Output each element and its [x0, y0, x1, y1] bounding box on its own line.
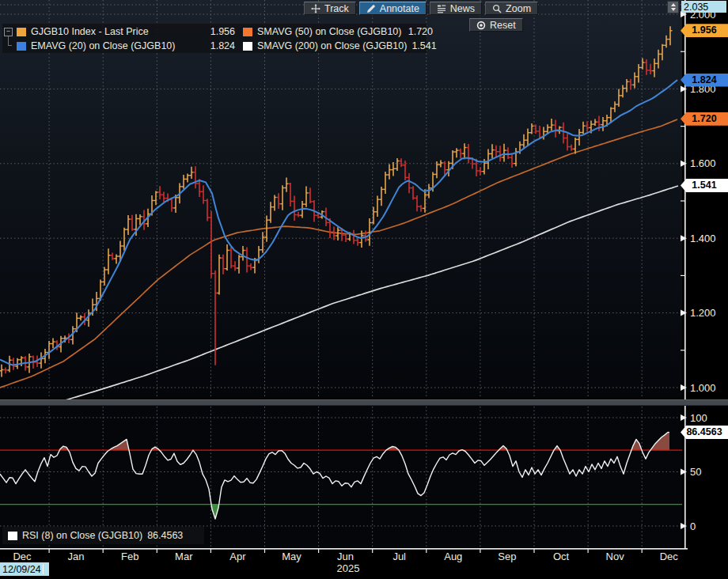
emavg20-value: 1.824 — [210, 40, 243, 51]
rsi-axis-label: 50 — [690, 466, 701, 478]
x-axis-month-label: Apr — [229, 551, 246, 562]
x-axis-month-label: Dec — [660, 551, 679, 562]
smavg50-label: SMAVG (50) on Close (GJGB10) — [257, 26, 401, 37]
price-tag-emavg-20: 1.824 — [681, 74, 728, 87]
price-axis-label: 1.000 — [690, 382, 716, 394]
reset-target-icon — [476, 21, 486, 30]
price-axis-label: 1.600 — [690, 157, 716, 169]
rsi-swatch — [8, 532, 17, 540]
reset-button[interactable]: Reset — [469, 18, 523, 32]
annotate-button-label: Annotate — [380, 3, 419, 14]
annotate-button[interactable]: Annotate — [359, 2, 427, 15]
legend-item-smavg200[interactable]: SMAVG (200) on Close (GJGB10) 1.541 — [243, 39, 441, 53]
zoom-magnifier-icon — [492, 4, 502, 13]
news-lines-icon — [437, 4, 446, 13]
price-axis-label: 1.200 — [690, 307, 716, 319]
x-axis-month-label: Jan — [68, 551, 85, 562]
track-crosshair-icon — [311, 4, 320, 13]
price-panel-hitarea[interactable] — [0, 0, 682, 399]
x-axis-month-label: Oct — [553, 551, 570, 562]
price-tag-smavg-200: 1.541 — [681, 179, 728, 192]
x-axis-month-label: Jul — [392, 551, 406, 562]
text-caret — [43, 564, 44, 574]
rsi-legend[interactable]: RSI (8) on Close (GJGB10) 86.4563 — [2, 527, 204, 544]
start-date-value: 12/09/24 — [2, 564, 41, 575]
x-axis-month-labels: DecJanFebMarAprMayJunJulAugSepOctNovDec — [13, 551, 678, 562]
legend-item-last-price[interactable]: GJGB10 Index - Last Price 1.956 — [17, 25, 243, 39]
last-price-value: 1.956 — [210, 26, 243, 37]
axis-stepper[interactable] — [667, 1, 679, 13]
chart-legend: − GJGB10 Index - Last Price 1.956 SMAVG … — [2, 24, 427, 53]
rsi-value: 86.4563 — [147, 530, 183, 541]
emavg20-label: EMAVG (20) on Close (GJGB10) — [31, 40, 175, 51]
x-axis-month-label: Mar — [175, 551, 193, 562]
track-button[interactable]: Track — [304, 2, 356, 15]
panel-divider-handle[interactable] — [0, 399, 728, 406]
x-axis-month-label: Nov — [606, 551, 625, 562]
zoom-button[interactable]: Zoom — [485, 2, 538, 15]
x-axis-month-label: Feb — [121, 551, 138, 562]
price-tag-smavg-50: 1.720 — [681, 112, 728, 126]
axis-max-field[interactable]: 2.035 — [681, 1, 726, 13]
chart-toolbar: Track Annotate News Zoom — [304, 2, 538, 15]
last-price-label: GJGB10 Index - Last Price — [31, 26, 149, 37]
reset-button-label: Reset — [490, 20, 516, 31]
legend-item-smavg50[interactable]: SMAVG (50) on Close (GJGB10) 1.720 — [243, 25, 441, 39]
stepper-down-icon — [671, 8, 676, 11]
x-axis-month-label: Dec — [13, 551, 32, 562]
smavg200-value: 1.541 — [411, 40, 444, 51]
price-tag-last-price: 1.956 — [681, 24, 728, 37]
x-axis-month-label: May — [282, 551, 301, 562]
smavg50-value: 1.720 — [408, 26, 441, 37]
rsi-value-tag: 86.4563 — [681, 426, 728, 439]
x-axis-year-label: 2025 — [320, 562, 376, 574]
rsi-label: RSI (8) on Close (GJGB10) — [22, 530, 142, 541]
emavg20-swatch — [17, 42, 26, 51]
last-price-swatch — [17, 28, 26, 36]
news-button[interactable]: News — [430, 2, 482, 15]
zoom-button-label: Zoom — [506, 3, 531, 14]
x-axis-month-label: Sep — [498, 551, 516, 562]
start-date-field[interactable]: 12/09/24 — [0, 562, 49, 576]
news-button-label: News — [450, 3, 475, 14]
smavg200-swatch — [243, 42, 252, 51]
annotate-pencil-icon — [366, 4, 376, 13]
rsi-axis-label: 100 — [690, 412, 707, 424]
bloomberg-chart-window: 2.0001.8001.6001.4001.2001.000100500DecJ… — [0, 0, 728, 579]
smavg50-swatch — [243, 28, 252, 36]
price-axis-label: 1.400 — [690, 233, 716, 244]
legend-item-emavg20[interactable]: EMAVG (20) on Close (GJGB10) 1.824 — [17, 39, 243, 53]
track-button-label: Track — [324, 3, 349, 14]
smavg200-label: SMAVG (200) on Close (GJGB10) — [257, 40, 407, 51]
legend-collapse-icon[interactable]: − — [4, 28, 13, 36]
legend-tree-stub — [8, 45, 12, 46]
x-axis-month-label: Aug — [444, 551, 462, 562]
stepper-up-icon — [671, 3, 676, 6]
x-axis-month-label: Jun — [337, 551, 354, 562]
rsi-axis-label: 0 — [690, 520, 696, 532]
